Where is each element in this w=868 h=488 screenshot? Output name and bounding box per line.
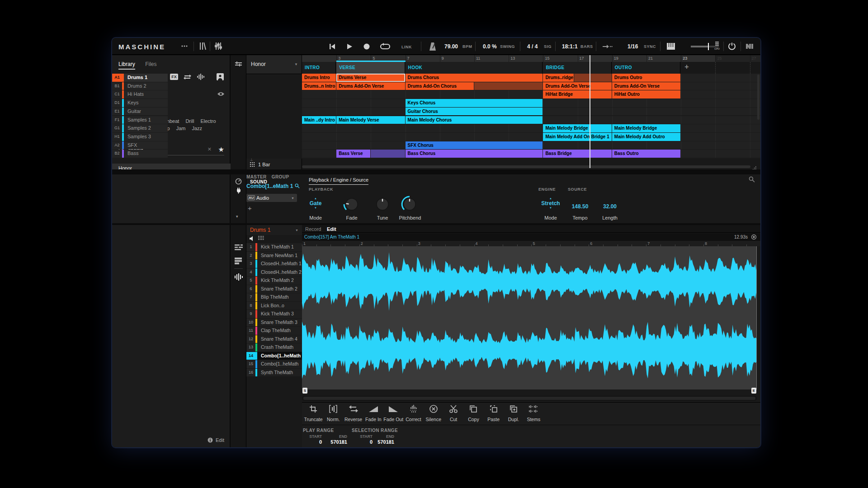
restart-icon[interactable] [329,43,336,50]
selection-range-end-value[interactable]: 570181 [374,439,394,445]
favorites-star-icon[interactable]: ★ [218,145,224,154]
clip[interactable]: HiHat Outro [612,90,680,99]
record-icon[interactable] [363,43,370,50]
type-tag[interactable]: Drill [185,117,194,125]
tab-files[interactable]: Files [145,61,156,67]
timeline-row-G1[interactable]: Main Melody BridgeMain Melody Bridge [302,124,760,132]
type-tag[interactable]: Jazz [192,125,202,132]
clip[interactable]: SFX Chorus [406,141,543,150]
clip[interactable]: Bass Verse [336,150,370,158]
clip[interactable]: Main ..dy Intro [302,116,336,124]
fx-filter-icon[interactable]: FX [170,74,178,80]
panel-tab-playback[interactable]: Playback / Engine / Source [309,177,368,185]
browser-edit[interactable]: Edit [208,437,224,443]
clip[interactable]: Bass Chorus [406,150,543,158]
volume-slider-thumb[interactable] [708,43,709,50]
clip[interactable]: Drums Chorus [406,74,543,82]
clip[interactable]: Drums Add-On Chorus [406,82,474,90]
clip[interactable]: Drums Add-On Verse [543,82,611,90]
chevron-up-icon[interactable]: ▲ [302,197,329,200]
tab-group[interactable]: GROUP [272,174,289,179]
sound-row-2[interactable]: 2Snare NewMan 1 [246,252,302,260]
tab-master[interactable]: MASTER [246,174,267,179]
sound-row-14[interactable]: 14Combo[1..heMath 1 [246,352,302,360]
sound-row-12[interactable]: 12Snare TheMath 4 [246,335,302,343]
sound-row-4[interactable]: 4ClosedH..heMath 2 [246,268,302,277]
timeline-row-F1[interactable]: Main ..dy IntroMain Melody VerseMain Mel… [302,116,760,124]
timeline-row-A2[interactable]: SFX Chorus [302,141,760,150]
position-value[interactable]: 18:1:1 [562,43,578,50]
clip[interactable]: Drums Intro [302,74,336,82]
sound-row-5[interactable]: 5Kick TheMath 2 [246,277,302,285]
follow-icon[interactable] [602,44,613,49]
add-section-button[interactable]: + [684,63,689,71]
clip[interactable]: Main Melody Verse [336,116,405,124]
timeline-row-B2[interactable]: Bass VerseBass ChorusBass BridgeBass Out… [302,150,760,158]
tab-record[interactable]: Record [305,226,321,232]
sound-row-8[interactable]: 8Lick Bon..o TheMath [246,302,302,310]
clip[interactable]: Drums Verse [336,74,405,82]
time-signature-value[interactable]: 4 / 4 [527,43,538,50]
sound-list-header[interactable]: Drums 1 ▼ [246,225,302,235]
clip[interactable]: Main Melody Add Outro [612,133,680,141]
pitchbend-knob[interactable] [401,195,419,213]
tab-edit[interactable]: Edit [327,226,336,232]
section-verse[interactable]: VERSE [336,62,405,74]
clip[interactable]: Guitar Chorus [406,108,543,116]
group-row-E1[interactable]: E1Guitar [112,108,168,116]
arranger-v-scrollbar[interactable] [757,75,760,120]
clip[interactable]: Drums Add-On Verse [612,82,680,90]
sound-row-15[interactable]: 15Combo[1..heMath 2 [246,360,302,368]
play-range-end-value[interactable]: 570181 [327,439,347,445]
tool-stems[interactable]: Stems [520,404,547,422]
end-marker[interactable]: E [751,388,756,394]
zoom-follow-icon[interactable] [751,234,757,240]
group-row-A1[interactable]: A1Drums 1 [112,74,168,82]
view-arranger-icon[interactable] [235,244,243,251]
view-sample-editor-icon[interactable] [234,273,243,281]
timeline-row-D1[interactable]: Keys Chorus [302,99,760,107]
group-row-A2[interactable]: A2SFX [112,141,168,150]
chevron-down-icon[interactable]: ▼ [537,206,564,210]
sound-row-1[interactable]: 1Kick TheMath 1 [246,243,302,251]
link-label[interactable]: LINK [401,45,412,49]
chevron-up-icon[interactable]: ▲ [537,197,564,200]
sound-row-13[interactable]: 13Crash TheMath [246,343,302,352]
sound-row-9[interactable]: 9Kick TheMath 3 [246,310,302,318]
artist-filter-icon[interactable] [216,73,224,80]
group-row-C1[interactable]: C1Hi Hats [112,90,168,99]
grid-setting[interactable]: ⊥ 1 Bar [246,159,302,170]
swing-value[interactable]: 0.0 % [483,43,497,50]
chevron-down-icon[interactable]: ▼ [302,206,329,210]
group-row-B2[interactable]: B2Bass [112,150,168,158]
timeline-row-H1[interactable]: Main Melody Add On Bridge 1Main Melody A… [302,133,760,141]
group-row-G1[interactable]: G1Samples 2 [112,124,168,132]
view-ideas-icon[interactable] [235,258,242,264]
collapse-chevron-icon[interactable]: ▾ [236,214,238,219]
sound-row-11[interactable]: 11Clap TheMath [246,327,302,335]
bpm-value[interactable]: 79.00 [444,43,458,50]
clip[interactable]: Main Melody Chorus [406,116,543,124]
clip[interactable]: Main Melody Bridge [612,124,680,132]
speaker-icon[interactable] [249,236,255,241]
editor-h-scrollbar[interactable] [302,396,757,401]
add-plugin-button[interactable]: + [248,204,252,212]
clip[interactable] [574,74,612,82]
timeline-row-C1[interactable]: HiHat BridgeHiHat Outro [302,90,760,99]
mixer-view-icon[interactable] [214,42,222,51]
arranger-h-scrollbar[interactable] [302,165,760,169]
source-tempo-value[interactable]: 148.50 [564,203,596,210]
browser-toggle-icon[interactable] [199,42,207,51]
editor-clip-name[interactable]: Combo[157] Am TheMath 1 [304,235,359,239]
section-outro[interactable]: OUTRO [612,62,680,74]
clip[interactable]: Drums Add-On Verse [336,82,405,90]
sound-row-6[interactable]: 6Snare TheMath 2 [246,285,302,293]
channel-properties-icon[interactable] [235,178,242,185]
overflow-menu-icon[interactable] [181,43,188,49]
editor-ruler[interactable]: 12345678 [302,241,760,246]
clip[interactable] [371,150,405,158]
section-bridge[interactable]: BRIDGE [543,62,611,74]
timeline-row-B1[interactable]: Drums..n IntroDrums Add-On VerseDrums Ad… [302,82,760,90]
clip[interactable]: Bass Bridge [543,150,611,158]
waveform-display[interactable] [302,246,757,389]
